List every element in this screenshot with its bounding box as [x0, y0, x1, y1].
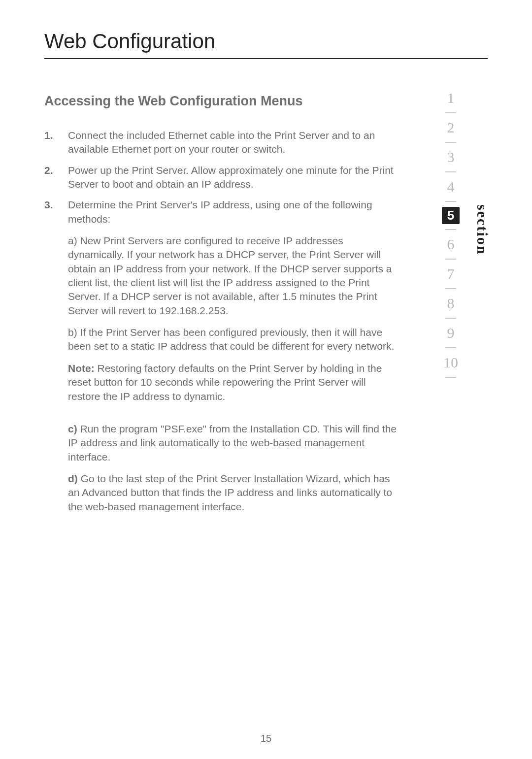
section-nav-item-6[interactable]: 6	[442, 235, 460, 254]
paragraph-text: b) If the Print Server has been configur…	[68, 327, 394, 352]
step-paragraph: Connect the included Ethernet cable into…	[68, 129, 399, 157]
step-number: 3.	[44, 198, 68, 514]
section-nav-item-1[interactable]: 1	[442, 89, 460, 107]
section-nav: 12345678910	[438, 89, 463, 383]
paragraph-text: a) New Print Servers are configured to r…	[68, 235, 392, 316]
step-body: Determine the Print Server's IP address,…	[68, 198, 399, 514]
section-nav-item-2[interactable]: 2	[442, 118, 460, 137]
section-nav-item-4[interactable]: 4	[442, 177, 460, 196]
step-item: 1.Connect the included Ethernet cable in…	[44, 129, 399, 157]
paragraph-text: Connect the included Ethernet cable into…	[68, 130, 375, 155]
bold-lead: Note:	[68, 363, 95, 374]
step-paragraph: d) Go to the last step of the Print Serv…	[68, 472, 399, 514]
title-block: Web Configuration	[44, 30, 488, 59]
nav-separator	[445, 288, 456, 289]
page-number: 15	[0, 733, 532, 744]
section-heading: Accessing the Web Configuration Menus	[44, 94, 399, 109]
section-nav-item-7[interactable]: 7	[442, 264, 460, 283]
step-paragraph: a) New Print Servers are configured to r…	[68, 234, 399, 318]
step-paragraph: Power up the Print Server. Allow approxi…	[68, 164, 399, 192]
nav-separator	[445, 377, 456, 378]
content-area: Accessing the Web Configuration Menus 1.…	[44, 94, 399, 514]
section-nav-item-10[interactable]: 10	[442, 353, 460, 372]
paragraph-text: Power up the Print Server. Allow approxi…	[68, 165, 394, 190]
step-paragraph: Note: Restoring factory defaults on the …	[68, 362, 399, 403]
nav-separator	[445, 347, 456, 348]
paragraph-text: Restoring factory defaults on the Print …	[68, 363, 382, 402]
document-page: Web Configuration Accessing the Web Conf…	[0, 0, 532, 759]
section-nav-item-8[interactable]: 8	[442, 294, 460, 313]
step-body: Power up the Print Server. Allow approxi…	[68, 164, 399, 192]
paragraph-text: Run the program "PSF.exe" from the Insta…	[68, 423, 397, 462]
step-paragraph: b) If the Print Server has been configur…	[68, 326, 399, 354]
step-paragraph: c) Run the program "PSF.exe" from the In…	[68, 422, 399, 464]
nav-separator	[445, 318, 456, 319]
nav-separator	[445, 171, 456, 172]
spacer	[68, 411, 399, 422]
bold-lead: d)	[68, 473, 78, 484]
nav-separator	[445, 201, 456, 202]
step-body: Connect the included Ethernet cable into…	[68, 129, 399, 157]
nav-separator	[445, 229, 456, 230]
section-label: section	[474, 204, 491, 255]
step-number: 1.	[44, 129, 68, 157]
page-title: Web Configuration	[44, 30, 488, 53]
step-paragraph: Determine the Print Server's IP address,…	[68, 198, 399, 226]
section-nav-item-9[interactable]: 9	[442, 324, 460, 342]
paragraph-text: Go to the last step of the Print Server …	[68, 473, 392, 512]
nav-separator	[445, 259, 456, 260]
section-nav-item-3[interactable]: 3	[442, 148, 460, 166]
bold-lead: c)	[68, 423, 77, 434]
steps-list: 1.Connect the included Ethernet cable in…	[44, 129, 399, 514]
section-nav-item-5[interactable]: 5	[442, 207, 460, 224]
nav-separator	[445, 112, 456, 113]
nav-separator	[445, 142, 456, 143]
paragraph-text: Determine the Print Server's IP address,…	[68, 199, 372, 224]
step-item: 3.Determine the Print Server's IP addres…	[44, 198, 399, 514]
step-number: 2.	[44, 164, 68, 192]
section-sidebar: 12345678910 section	[438, 89, 493, 383]
step-item: 2.Power up the Print Server. Allow appro…	[44, 164, 399, 192]
